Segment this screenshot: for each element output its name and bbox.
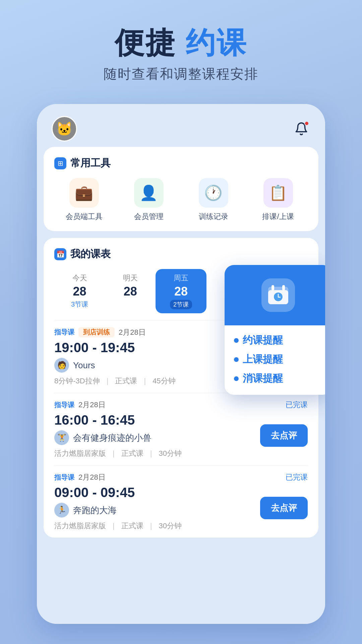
dot-class	[234, 357, 239, 362]
tool-icon-member-tools: 💼	[69, 178, 99, 208]
class-time-3: 09:00 - 09:45	[54, 485, 182, 500]
class-done-3: 已完课	[286, 472, 308, 482]
notification-dot	[304, 121, 309, 126]
class-detail2-dur: 30分钟	[159, 448, 181, 459]
hero-title: 便捷 约课	[0, 27, 362, 59]
day-tomorrow[interactable]: 明天 28	[105, 269, 156, 313]
class-tag-guide-1: 指导课	[54, 328, 74, 337]
popup-calendar-icon	[261, 278, 295, 312]
class-tag-guide-3: 指导课	[54, 473, 74, 482]
trainer-avatar-2: 🏋	[54, 430, 69, 445]
tools-header: ⊞ 常用工具	[54, 156, 308, 170]
class-done-2: 已完课	[286, 400, 308, 410]
popup-item-cancel-label: 消课提醒	[243, 372, 283, 385]
tool-label-member-tools: 会员端工具	[66, 212, 103, 222]
sep2: |	[144, 377, 146, 385]
class-detail3-type: 正式课	[121, 521, 143, 531]
day-lessons-today: 3节课	[71, 300, 88, 309]
dot-cancel	[234, 376, 239, 381]
avatar[interactable]: 🐱	[52, 116, 77, 142]
tool-icon-schedule: 📋	[263, 178, 293, 208]
schedule-icon: 📅	[54, 248, 66, 260]
reminder-popup: 约课提醒 上课提醒 消课提醒	[225, 265, 325, 395]
tool-label-schedule: 排课/上课	[262, 212, 294, 222]
tool-icon-member-manage: 👤	[134, 178, 164, 208]
popup-item-cancel: 消课提醒	[234, 372, 322, 385]
hero-section: 便捷 约课 随时查看和调整课程安排	[0, 27, 362, 83]
class-row-right-3: 09:00 - 09:45 🏃 奔跑的大海 活力燃脂居家版 | 正式课 | 30…	[54, 485, 308, 531]
class-detail-duration: 45分钟	[153, 376, 175, 386]
hero-subtitle: 随时查看和调整课程安排	[0, 65, 362, 83]
schedule-title: 我的课表	[70, 247, 111, 261]
tool-item-member-tools[interactable]: 💼 会员端工具	[54, 178, 114, 222]
phone-mockup: 🐱 ⊞ 常用工具 💼 会员端工具 👤	[37, 104, 325, 624]
tools-card: ⊞ 常用工具 💼 会员端工具 👤 会员管理 🕐 训练记录 📋	[44, 147, 318, 231]
day-today[interactable]: 今天 28 3节课	[54, 269, 105, 313]
class-tag-store-1: 到店训练	[78, 327, 115, 337]
day-num-tomorrow: 28	[124, 284, 137, 299]
class-date-1: 2月28日	[119, 327, 146, 337]
class-meta-3: 指导课 2月28日 已完课	[54, 472, 308, 482]
trainer-avatar-1: 🧑	[54, 358, 69, 373]
tool-item-schedule[interactable]: 📋 排课/上课	[248, 178, 308, 222]
class-detail-type: 正式课	[115, 376, 137, 386]
phone-header: 🐱	[37, 104, 325, 147]
schedule-header: 📅 我的课表	[54, 247, 308, 261]
hero-title-part1: 便捷	[115, 26, 176, 59]
tools-icon: ⊞	[54, 157, 66, 169]
popup-item-booking-label: 约课提醒	[243, 333, 283, 347]
dot-booking	[234, 338, 239, 343]
review-button-3[interactable]: 去点评	[260, 497, 308, 519]
class-tag-guide-2: 指导课	[54, 400, 74, 410]
tool-item-member-manage[interactable]: 👤 会员管理	[119, 178, 178, 222]
class-trainer-2: 🏋 会有健身痕迹的小兽	[54, 430, 182, 445]
tool-item-training-record[interactable]: 🕐 训练记录	[184, 178, 243, 222]
class-detail2-warm: 活力燃脂居家版	[54, 448, 106, 459]
day-lessons-friday: 2节课	[170, 300, 192, 309]
class-detail2-type: 正式课	[121, 448, 143, 459]
day-name-tomorrow: 明天	[123, 273, 138, 283]
class-detail-warm: 8分钟-3D拉伸	[54, 376, 100, 386]
tool-icon-training-record: 🕐	[199, 178, 228, 208]
class-detail3-dur: 30分钟	[159, 521, 181, 531]
trainer-avatar-3: 🏃	[54, 503, 69, 518]
day-num-friday: 28	[174, 284, 188, 299]
popup-item-class: 上课提醒	[234, 353, 322, 366]
sep1: |	[107, 377, 109, 385]
trainer-name-2: 会有健身痕迹的小兽	[73, 432, 152, 444]
class-item-2: 指导课 2月28日 已完课 16:00 - 16:45 🏋 会有健身痕迹的小兽 …	[54, 393, 308, 465]
class-meta-2: 指导课 2月28日 已完课	[54, 400, 308, 410]
notification-bell[interactable]	[292, 120, 310, 138]
class-item-3: 指导课 2月28日 已完课 09:00 - 09:45 🏃 奔跑的大海 活力燃脂…	[54, 465, 308, 538]
class-date-2: 2月28日	[78, 400, 106, 410]
class-date-3: 2月28日	[78, 472, 106, 482]
hero-title-accent: 约课	[186, 26, 247, 59]
popup-header	[225, 265, 325, 325]
day-name-friday: 周五	[174, 273, 188, 283]
svg-rect-3	[282, 285, 285, 290]
svg-rect-2	[272, 285, 274, 290]
class-detail-2: 活力燃脂居家版 | 正式课 | 30分钟	[54, 448, 182, 459]
tools-grid: 💼 会员端工具 👤 会员管理 🕐 训练记录 📋 排课/上课	[54, 178, 308, 222]
tool-label-member-manage: 会员管理	[134, 212, 164, 222]
trainer-name-1: Yours	[73, 360, 95, 371]
day-name-today: 今天	[72, 273, 87, 283]
popup-item-class-label: 上课提醒	[243, 353, 283, 366]
tool-label-training-record: 训练记录	[199, 212, 228, 222]
popup-body: 约课提醒 上课提醒 消课提醒	[225, 325, 325, 395]
class-trainer-3: 🏃 奔跑的大海	[54, 503, 182, 518]
popup-item-booking: 约课提醒	[234, 333, 322, 347]
class-detail-3: 活力燃脂居家版 | 正式课 | 30分钟	[54, 521, 182, 531]
tools-title: 常用工具	[70, 156, 111, 170]
class-row-right-2: 16:00 - 16:45 🏋 会有健身痕迹的小兽 活力燃脂居家版 | 正式课 …	[54, 413, 308, 459]
phone-inner: 🐱 ⊞ 常用工具 💼 会员端工具 👤	[37, 104, 325, 624]
trainer-name-3: 奔跑的大海	[73, 504, 117, 516]
class-detail3-warm: 活力燃脂居家版	[54, 521, 106, 531]
day-num-today: 28	[73, 284, 86, 299]
day-friday[interactable]: 周五 28 2节课	[156, 269, 206, 313]
class-time-2: 16:00 - 16:45	[54, 413, 182, 428]
review-button-2[interactable]: 去点评	[260, 424, 308, 447]
